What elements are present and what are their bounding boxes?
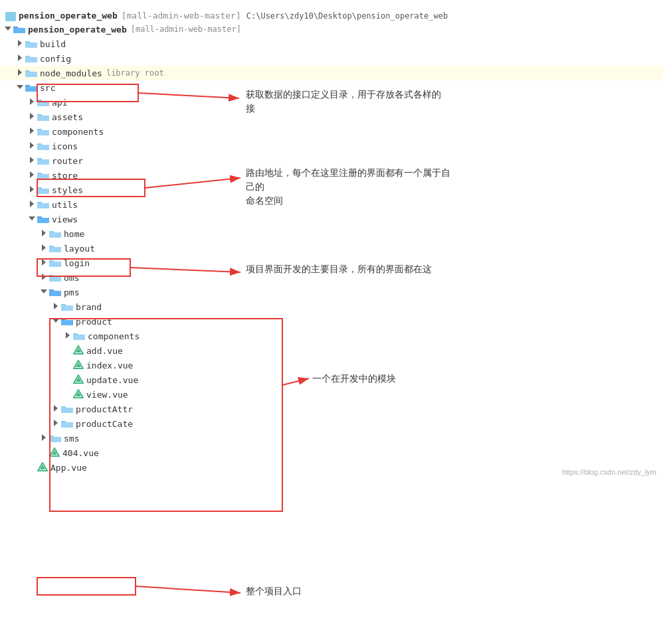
item-label-utils: utils [52, 200, 78, 210]
folder-icon-router [37, 156, 49, 165]
item-label-assets: assets [52, 112, 83, 122]
tree-arrow-layout [39, 244, 49, 252]
svg-marker-18 [30, 157, 34, 163]
tree-arrow-brand [50, 303, 61, 311]
folder-icon-icons [37, 141, 49, 151]
item-label-productAttr: productAttr [76, 404, 133, 414]
folder-icon-assets [37, 112, 49, 121]
svg-rect-55 [61, 422, 73, 428]
tree-item-product_components[interactable]: components [0, 329, 663, 343]
tree-arrow-utils [27, 201, 37, 208]
tree-item-layout[interactable]: layout [0, 241, 663, 256]
item-label-view_vue: view.vue [86, 390, 128, 400]
tree-arrow-productAttr [50, 405, 61, 413]
tree-item-views[interactable]: views [0, 212, 663, 226]
item-label-store: store [52, 171, 78, 181]
item-label-oms: oms [64, 273, 79, 283]
item-label-vue404: 404.vue [62, 448, 99, 458]
svg-rect-33 [49, 262, 61, 267]
svg-rect-27 [37, 218, 49, 223]
svg-marker-30 [42, 244, 46, 251]
tree-arrow-assets [27, 113, 37, 121]
svg-marker-8 [17, 85, 23, 89]
tree-arrow-update_vue [62, 376, 73, 384]
tree-arrow-sms [39, 434, 49, 442]
svg-line-72 [136, 586, 240, 593]
tree-item-brand[interactable]: brand [0, 299, 663, 314]
tree-item-build[interactable]: build [0, 37, 663, 51]
tree-arrow-build [15, 40, 25, 48]
tree-item-add_vue[interactable]: add.vue [0, 343, 663, 358]
tree-item-src[interactable]: src [0, 80, 663, 95]
tree-item-root[interactable]: pension_operate_web[mall-admin-web-maste… [0, 22, 663, 37]
svg-rect-13 [37, 116, 49, 121]
tree-arrow-home [39, 230, 49, 238]
tree-item-assets[interactable]: assets [0, 110, 663, 124]
tree-arrow-config [15, 54, 25, 62]
tree-item-sms[interactable]: sms [0, 431, 663, 445]
file-tree: pension_operate_web [mall-admin-web-mast… [0, 0, 663, 481]
item-label-add_vue: add.vue [86, 346, 123, 356]
tree-item-update_vue[interactable]: update.vue [0, 372, 663, 387]
tree-item-productCate[interactable]: productCate [0, 416, 663, 431]
svg-rect-41 [61, 320, 73, 325]
tree-arrow-product_components [62, 332, 73, 340]
item-label-update_vue: update.vue [86, 375, 138, 385]
item-label-brand: brand [76, 302, 102, 312]
svg-rect-5 [25, 57, 37, 62]
tree-item-utils[interactable]: utils [0, 197, 663, 212]
item-label-index_vue: index.vue [86, 361, 133, 370]
tree-item-config[interactable]: config [0, 51, 663, 66]
root-folder-icon [5, 12, 16, 21]
svg-marker-34 [42, 274, 46, 280]
project-full-path: C:\Users\zdy10\Desktop\pension_operate_w… [246, 11, 448, 21]
item-label-icons: icons [52, 141, 78, 151]
tree-item-node_modules[interactable]: node_moduleslibrary root [0, 66, 663, 80]
tree-arrow-src [15, 84, 25, 92]
item-label-sms: sms [64, 434, 79, 443]
folder-icon-product [61, 317, 73, 326]
svg-marker-12 [30, 113, 34, 120]
folder-icon-node_modules [25, 68, 37, 78]
tree-item-pms[interactable]: pms [0, 285, 663, 299]
tree-item-store[interactable]: store [0, 168, 663, 183]
tree-arrow-styles [27, 186, 37, 194]
tree-item-oms[interactable]: oms [0, 270, 663, 285]
item-label-home: home [64, 229, 84, 239]
tree-item-api[interactable]: api [0, 95, 663, 110]
tree-item-styles[interactable]: styles [0, 183, 663, 197]
svg-rect-31 [49, 247, 61, 252]
tree-arrow-productCate [50, 420, 61, 428]
tree-item-vue404[interactable]: 404.vue [0, 445, 663, 460]
svg-marker-56 [42, 434, 46, 441]
folder-icon-productAttr [61, 404, 73, 414]
tree-arrow-vue404 [39, 449, 49, 457]
tree-item-icons[interactable]: icons [0, 139, 663, 153]
tree-arrow-pms [39, 288, 49, 296]
tree-item-components[interactable]: components [0, 124, 663, 139]
item-label-config: config [40, 54, 71, 64]
folder-icon-oms [49, 273, 61, 282]
tree-item-index_vue[interactable]: index.vue [0, 358, 663, 372]
svg-marker-20 [30, 171, 34, 178]
tree-item-router[interactable]: router [0, 153, 663, 168]
item-label-node_modules: node_modules [40, 68, 102, 78]
svg-rect-21 [37, 174, 49, 179]
item-label-styles: styles [52, 185, 83, 195]
tree-arrow-api [27, 98, 37, 106]
svg-rect-29 [49, 232, 61, 238]
svg-marker-6 [18, 69, 22, 76]
svg-marker-40 [52, 319, 59, 323]
tree-arrow-add_vue [62, 347, 73, 355]
tree-arrow-login [39, 259, 49, 267]
svg-rect-17 [37, 145, 49, 150]
tree-item-productAttr[interactable]: productAttr [0, 402, 663, 416]
svg-marker-16 [30, 142, 34, 149]
tree-item-product[interactable]: product [0, 314, 663, 329]
tree-item-login[interactable]: login [0, 256, 663, 270]
tree-item-home[interactable]: home [0, 226, 663, 241]
tree-item-view_vue[interactable]: view.vue [0, 387, 663, 402]
svg-marker-4 [18, 54, 22, 61]
svg-marker-32 [42, 259, 46, 266]
svg-marker-52 [54, 405, 58, 412]
